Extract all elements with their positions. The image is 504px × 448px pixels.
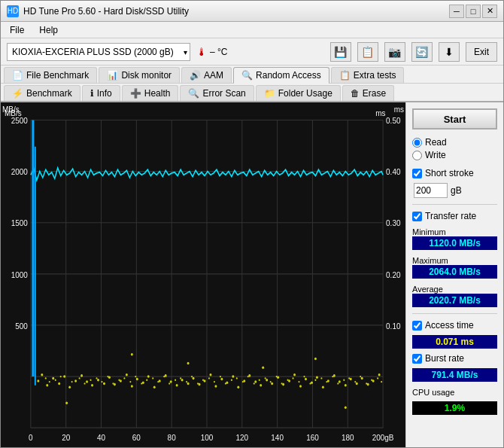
tab-info[interactable]: ℹ Info [82,85,120,101]
tab-extra-tests[interactable]: 📋 Extra tests [331,67,405,83]
menu-file[interactable]: File [7,24,27,36]
svg-point-62 [136,378,138,381]
burst-rate-checkbox-label[interactable]: Burst rate [412,353,497,364]
svg-point-145 [236,377,238,379]
maximum-stat: Maximum 2064.0 MB/s [412,254,497,279]
tab-file-benchmark[interactable]: 📄 File Benchmark [4,67,97,83]
tabs-row2: ⚡ Benchmark ℹ Info ➕ Health 🔍 Error Scan… [1,84,503,102]
svg-point-138 [197,382,199,384]
folder-usage-icon: 📁 [264,88,275,99]
svg-point-162 [332,376,333,377]
short-stroke-checkbox[interactable] [412,169,422,178]
svg-point-166 [354,381,356,382]
svg-point-116 [71,381,73,382]
svg-point-120 [96,377,98,379]
chart-svg: 2500 2000 1500 1000 500 0.50 0.40 0.30 0… [1,102,405,447]
start-button[interactable]: Start [412,108,497,130]
tab-random-access[interactable]: 🔍 Random Access [233,67,329,84]
svg-point-158 [309,382,311,384]
transfer-rate-checkbox-label[interactable]: Transfer rate [412,211,497,221]
svg-point-133 [169,382,170,384]
svg-point-171 [381,381,382,382]
svg-point-50 [68,386,71,389]
read-radio-label[interactable]: Read [412,137,497,148]
svg-point-71 [187,382,190,386]
svg-point-64 [147,375,150,378]
svg-text:0.40: 0.40 [386,167,400,177]
svg-point-115 [60,376,62,377]
toolbar-btn-copy[interactable]: 📋 [357,42,378,62]
minimum-label: Minimum [412,227,497,236]
drive-select[interactable]: KIOXIA-EXCERIA PLUS SSD (2000 gB) [7,43,190,61]
svg-point-132 [163,376,165,377]
write-radio[interactable] [412,151,422,160]
svg-point-105 [378,373,381,376]
svg-point-144 [231,379,232,381]
svg-point-165 [348,377,350,379]
svg-text:2000: 2000 [11,167,28,177]
svg-text:1500: 1500 [11,218,28,228]
window-title: HD Tune Pro 5.60 - Hard Disk/SSD Utility [23,6,189,17]
access-time-value: 0.071 ms [412,335,497,349]
svg-point-90 [293,373,296,376]
svg-point-128 [141,382,142,384]
short-stroke-input[interactable] [414,183,448,198]
extra-tests-icon: 📋 [339,70,351,81]
access-time-checkbox-label[interactable]: Access time [412,320,497,331]
tab-disk-monitor[interactable]: 📊 Disk monitor [99,67,180,83]
toolbar-btn-down[interactable]: ⬇ [439,42,460,62]
svg-point-68 [170,380,172,383]
svg-point-45 [41,373,43,376]
read-radio[interactable] [412,138,422,148]
y-axis-left-title: MB/s [2,105,20,114]
disk-monitor-icon: 📊 [107,70,118,81]
minimize-button[interactable]: ─ [449,5,464,18]
minimum-stat: Minimum 1120.0 MB/s [412,226,497,250]
svg-point-127 [135,376,136,377]
tab-aam[interactable]: 🔊 AAM [181,67,232,83]
close-button[interactable]: ✕ [482,5,497,18]
svg-point-92 [305,378,307,381]
svg-point-86 [271,382,273,386]
svg-point-131 [157,381,159,382]
svg-point-80 [237,386,239,389]
average-label: Average [412,285,497,294]
svg-point-47 [52,377,54,380]
svg-text:120: 120 [236,432,249,442]
toolbar-btn-info[interactable]: 💾 [330,42,351,62]
short-stroke-row: gB [414,183,497,198]
title-bar: HD HD Tune Pro 5.60 - Hard Disk/SSD Util… [1,1,503,22]
tab-folder-usage[interactable]: 📁 Folder Usage [256,85,341,101]
toolbar-btn-camera[interactable]: 📷 [384,42,405,62]
svg-point-77 [220,378,223,381]
burst-rate-checkbox[interactable] [412,354,422,364]
svg-point-91 [299,385,302,388]
tab-health[interactable]: ➕ Health [122,85,179,101]
toolbar-btn-refresh[interactable]: 🔄 [411,42,433,62]
menu-help[interactable]: Help [36,24,61,36]
svg-point-53 [86,380,88,383]
tab-erase[interactable]: 🗑 Erase [342,85,394,101]
tab-benchmark[interactable]: ⚡ Benchmark [4,85,80,101]
thermometer-icon: 🌡 [196,46,207,58]
right-panel: Start Read Write Short stroke gB [405,102,503,447]
svg-text:500: 500 [15,321,28,331]
short-stroke-checkbox-label[interactable]: Short stroke [412,168,497,178]
svg-text:0.10: 0.10 [386,321,400,331]
svg-text:ms: ms [375,108,386,117]
svg-point-107 [65,402,68,405]
svg-point-83 [254,380,257,383]
exit-button[interactable]: Exit [466,42,497,62]
access-time-checkbox[interactable] [412,321,422,331]
maximize-button[interactable]: □ [466,5,481,18]
svg-text:0.20: 0.20 [386,270,400,279]
transfer-rate-checkbox[interactable] [412,212,422,221]
svg-point-95 [322,386,324,389]
svg-point-98 [339,380,341,383]
svg-point-113 [49,381,50,382]
y-axis-right-title: ms [394,105,404,114]
write-radio-label[interactable]: Write [412,150,497,160]
svg-point-154 [287,379,289,381]
svg-text:40: 40 [97,432,105,442]
tab-error-scan[interactable]: 🔍 Error Scan [180,85,254,101]
